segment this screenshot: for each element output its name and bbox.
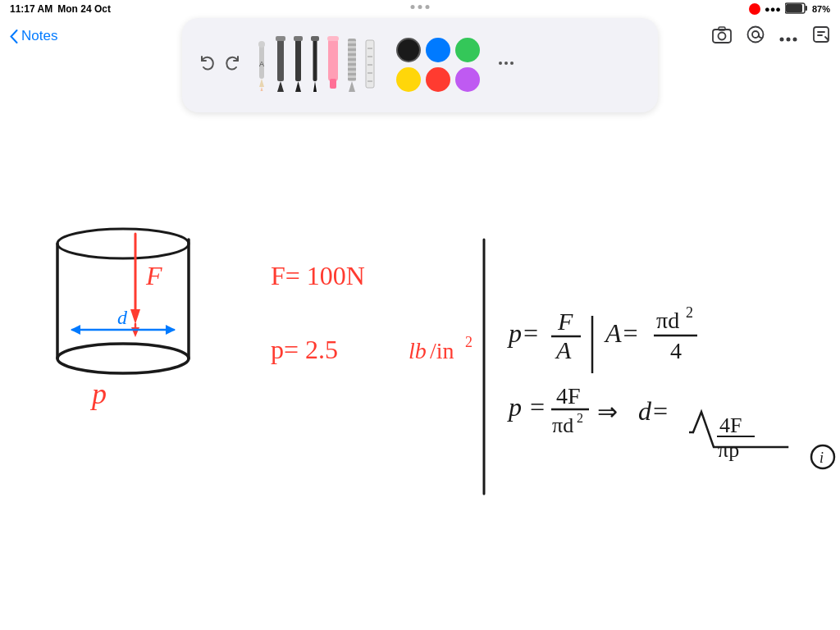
svg-marker-50 <box>71 325 80 335</box>
toolbar-more-button[interactable] <box>493 50 519 80</box>
svg-marker-24 <box>313 81 317 92</box>
svg-marker-14 <box>261 87 263 91</box>
wifi-icon: ●●● <box>765 4 781 14</box>
svg-text:2: 2 <box>686 304 693 321</box>
svg-rect-3 <box>713 30 731 43</box>
svg-marker-45 <box>130 309 140 324</box>
svg-rect-27 <box>330 79 336 89</box>
color-yellow[interactable] <box>396 67 421 92</box>
svg-point-4 <box>719 32 726 39</box>
svg-text:d: d <box>117 307 128 328</box>
new-note-icon[interactable] <box>812 25 830 48</box>
time-display: 11:17 AM <box>10 3 52 15</box>
svg-text:d=: d= <box>638 396 669 426</box>
back-button[interactable]: Notes <box>10 28 57 44</box>
svg-text:4F: 4F <box>719 413 742 437</box>
svg-marker-51 <box>166 325 176 335</box>
svg-text:2: 2 <box>465 334 472 350</box>
svg-point-7 <box>752 31 759 38</box>
more-options-icon[interactable] <box>779 27 797 46</box>
svg-rect-5 <box>719 27 725 30</box>
svg-point-41 <box>510 62 514 65</box>
undo-redo-group <box>197 52 243 78</box>
nav-right-icons <box>712 25 830 48</box>
svg-text:πp: πp <box>718 438 739 462</box>
svg-text:F= 100N: F= 100N <box>271 261 365 290</box>
svg-rect-11 <box>814 27 829 42</box>
battery-display <box>785 2 808 16</box>
svg-point-39 <box>499 62 502 65</box>
color-purple[interactable] <box>455 67 480 92</box>
undo-button[interactable] <box>197 52 218 78</box>
svg-text:A=: A= <box>604 318 639 348</box>
dot-3 <box>426 5 430 9</box>
svg-text:πd: πd <box>552 413 573 437</box>
svg-rect-2 <box>786 4 802 12</box>
svg-point-42 <box>57 344 189 373</box>
note-canvas[interactable]: F d p F= 100N p= 2.5 lb /in 2 p= F A A= … <box>0 112 840 630</box>
svg-text:A: A <box>259 60 264 68</box>
record-indicator <box>749 3 760 15</box>
mention-icon[interactable] <box>746 25 765 48</box>
svg-point-43 <box>57 229 189 258</box>
svg-point-10 <box>793 37 797 41</box>
svg-text:2: 2 <box>577 411 583 425</box>
svg-point-9 <box>787 37 791 41</box>
status-bar: 11:17 AM Mon 24 Oct ●●● 87% <box>0 0 840 18</box>
record-dot <box>749 3 760 15</box>
redo-button[interactable] <box>221 52 243 78</box>
dot-2 <box>418 5 422 9</box>
svg-text:4F: 4F <box>556 383 581 409</box>
svg-marker-32 <box>349 81 355 92</box>
svg-text:F: F <box>557 308 573 335</box>
svg-marker-21 <box>295 81 301 92</box>
dot-1 <box>411 5 415 9</box>
svg-rect-1 <box>805 6 807 11</box>
svg-marker-13 <box>259 79 264 87</box>
battery-percent: 87% <box>812 4 830 14</box>
svg-text:/in: /in <box>430 338 454 363</box>
status-left: 11:17 AM Mon 24 Oct <box>10 3 111 15</box>
camera-icon[interactable] <box>712 25 732 48</box>
svg-text:i: i <box>819 450 824 466</box>
svg-point-6 <box>748 26 764 42</box>
svg-text:A: A <box>555 336 572 363</box>
svg-point-8 <box>780 37 784 41</box>
svg-text:lb: lb <box>409 338 427 363</box>
top-nav: Notes <box>0 18 840 54</box>
svg-text:4: 4 <box>670 338 682 363</box>
status-right: ●●● 87% <box>749 2 830 16</box>
svg-text:⇒: ⇒ <box>597 398 618 425</box>
svg-text:F: F <box>145 261 162 290</box>
svg-point-40 <box>504 62 508 65</box>
svg-text:p=: p= <box>507 318 540 348</box>
color-red[interactable] <box>426 67 450 92</box>
page-indicator <box>411 5 430 9</box>
svg-marker-18 <box>277 81 284 92</box>
svg-text:πd: πd <box>656 308 679 333</box>
back-label: Notes <box>21 28 57 44</box>
svg-text:p: p <box>89 377 107 410</box>
date-display: Mon 24 Oct <box>57 3 111 15</box>
svg-text:p =: p = <box>507 392 546 422</box>
svg-text:p= 2.5: p= 2.5 <box>271 335 338 364</box>
